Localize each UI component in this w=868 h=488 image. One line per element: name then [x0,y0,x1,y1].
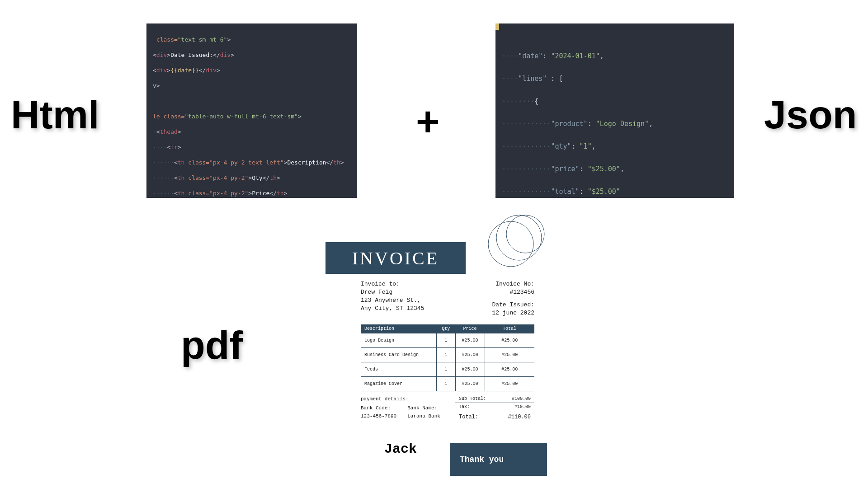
th-price: Price [455,324,485,333]
cell-total: #25.00 [485,348,534,362]
bank-name-value: Larana Bank [407,412,440,420]
table-row: Business Card Design1#25.00#25.00 [361,348,534,362]
cell-qty: 1 [436,362,455,377]
plus-icon: + [416,101,440,142]
label-html: Html [11,95,99,135]
invoice-document: INVOICE Invoice to: Drew Feig 123 Anywhe… [326,208,547,476]
bank-code-label: Bank Code: [361,404,396,412]
total-label: Total: [459,414,478,420]
table-row: Feeds1#25.00#25.00 [361,362,534,377]
bank-name-label: Bank Name: [407,404,440,412]
cell-total: #25.00 [485,362,534,377]
invoice-line-items-table: Description Qty Price Total Logo Design1… [361,324,534,391]
invoice-number-block: Invoice No: #123456 Date Issued: 12 june… [492,280,534,317]
code-snippet-html: class="text-sm mt-6"> <div>Date Issued:<… [146,23,357,198]
cell-total: #25.00 [485,377,534,391]
tax-label: Tax: [459,404,470,409]
cell-price: #25.00 [455,377,485,391]
svg-point-1 [496,215,542,260]
th-qty: Qty [436,324,455,333]
table-row: Magazine Cover1#25.00#25.00 [361,377,534,391]
decorative-circles-icon [484,208,547,271]
cell-desc: Logo Design [361,333,436,348]
subtotal-label: Sub Total: [459,396,486,401]
cell-desc: Magazine Cover [361,377,436,391]
svg-point-2 [506,215,544,253]
invoice-to-label: Invoice to: [361,280,424,288]
invoice-date-label: Date Issued: [492,301,534,309]
invoice-no-label: Invoice No: [492,280,534,288]
payment-details-block: payment details: Bank Code: 123-456-7890… [361,395,455,422]
tax-value: #10.00 [514,404,531,409]
invoice-thank-you-banner: Thank you [450,443,547,476]
th-description: Description [361,324,436,333]
code-snippet-json: ····"date": "2024-01-01", ····"lines" : … [495,23,734,198]
svg-point-0 [488,221,533,267]
label-pdf: pdf [181,325,243,365]
cell-qty: 1 [436,333,455,348]
cell-price: #25.00 [455,362,485,377]
invoice-totals-block: Sub Total:#100.00 Tax:#10.00 Total:#110.… [455,395,534,422]
payment-details-label: payment details: [361,395,455,403]
subtotal-value: #100.00 [512,396,531,401]
cell-price: #25.00 [455,348,485,362]
invoice-title-banner: INVOICE [326,242,466,274]
invoice-to-addr1: 123 Anywhere St., [361,296,424,305]
invoice-signature: Jack [384,441,417,457]
cell-qty: 1 [436,377,455,391]
cell-desc: Business Card Design [361,348,436,362]
total-value: #110.00 [508,414,531,420]
bank-code-value: 123-456-7890 [361,412,396,420]
table-row: Logo Design1#25.00#25.00 [361,333,534,348]
invoice-no-value: #123456 [492,288,534,296]
invoice-date-value: 12 june 2022 [492,309,534,317]
cell-price: #25.00 [455,333,485,348]
cell-qty: 1 [436,348,455,362]
th-total: Total [485,324,534,333]
cell-desc: Feeds [361,362,436,377]
cell-total: #25.00 [485,333,534,348]
editor-ruler-marker [495,23,499,30]
invoice-to-block: Invoice to: Drew Feig 123 Anywhere St., … [361,280,424,317]
label-json: Json [764,95,857,135]
invoice-to-addr2: Any City, ST 12345 [361,305,424,313]
invoice-to-name: Drew Feig [361,288,424,296]
